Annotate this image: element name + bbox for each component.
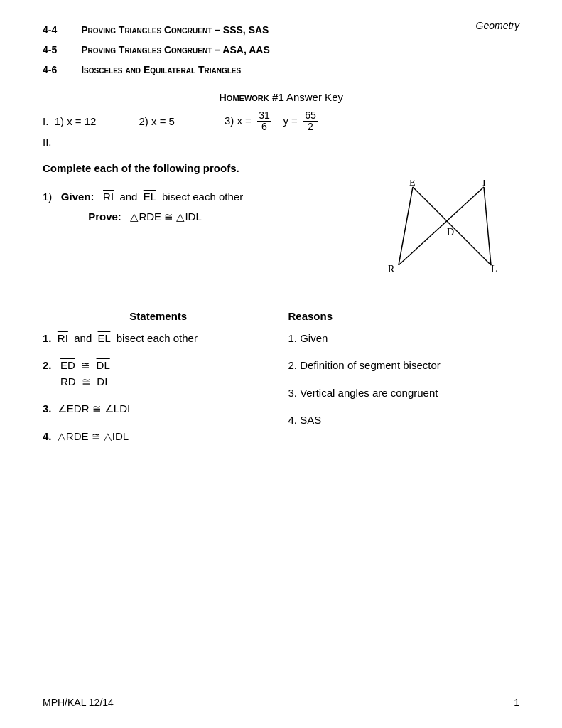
footer-left: MPH/KAL 12/14 [43, 697, 114, 708]
statement-row-1: 1. RI and EL bisect each other [43, 331, 274, 347]
statements-header: Statements [43, 310, 274, 322]
statement-row-4: 4. △RDE ≅ △IDL [43, 429, 274, 445]
statement-row-2: 2. ED ≅ DL RD ≅ DI [43, 358, 274, 390]
stmt-2-RD: RD [60, 375, 76, 387]
section-number-4-6: 4-6 [43, 62, 78, 77]
stmt-num-3: 3. [43, 402, 52, 414]
fraction-31-6: 31 6 [257, 110, 271, 133]
fraction-denominator-6: 6 [260, 122, 269, 132]
label-R: R [388, 264, 395, 274]
stmt-1-RI: RI [58, 332, 68, 344]
geometry-label: Geometry [476, 20, 519, 31]
stmt-2-DI: DI [97, 375, 107, 387]
reasons-column: Reasons 1. Given 2. Definition of segmen… [288, 310, 520, 456]
proof-number: 1) [43, 191, 52, 203]
statements-column: Statements 1. RI and EL bisect each othe… [43, 310, 288, 456]
proof-1-section: 1) Given: RI and EL bisect each other Pr… [43, 187, 519, 296]
problem-I-row: I. 1) x = 12 2) x = 5 3) x = 31 6 y = 65… [43, 110, 519, 133]
svg-line-3 [484, 187, 491, 265]
section-4-5: 4-5 Proving Triangles Congruent – ASA, A… [43, 41, 519, 58]
label-I: I [482, 180, 486, 188]
given-RI: RI [103, 191, 114, 203]
reason-1: 1. Given [288, 332, 328, 344]
problem-I-label: I. 1) x = 12 [43, 115, 96, 127]
stmt-2-ED: ED [60, 359, 75, 371]
proof-diagram: E I D R L [370, 180, 519, 296]
reasons-header: Reasons [288, 310, 520, 322]
given-label: Given: [61, 191, 94, 203]
given-rest: bisect each other [162, 191, 243, 203]
section-title-4-5: Proving Triangles Congruent – ASA, AAS [81, 44, 270, 55]
proof-left: 1) Given: RI and EL bisect each other Pr… [43, 187, 370, 233]
statement-row-3: 3. ∠EDR ≅ ∠LDI [43, 401, 274, 417]
fraction-numerator-65: 65 [303, 110, 318, 122]
footer: MPH/KAL 12/14 1 [43, 697, 519, 708]
stmt-1-EL: EL [98, 332, 111, 344]
section-number-4-4: 4-4 [43, 22, 78, 38]
statements-reasons-table: Statements 1. RI and EL bisect each othe… [43, 310, 519, 456]
homework-title: Homework #1 Answer Key [43, 91, 519, 103]
stmt-2-DL: DL [97, 359, 110, 371]
reason-row-3: 3. Vertical angles are congruent [288, 385, 520, 402]
reason-row-1: 1. Given [288, 331, 520, 347]
given-prove: 1) Given: RI and EL bisect each other Pr… [43, 187, 370, 228]
fraction-65-2: 65 2 [303, 110, 318, 133]
problem-I-part2: 2) x = 5 [139, 115, 174, 127]
svg-line-1 [413, 187, 491, 265]
prove-text: △RDE ≅ △IDL [130, 210, 201, 223]
reason-4: 4. SAS [288, 414, 322, 426]
stmt-num-1: 1. [43, 332, 52, 344]
svg-line-0 [399, 187, 484, 265]
section-4-4: 4-4 Proving Triangles Congruent – SSS, S… [43, 21, 519, 38]
and-word-1: and [119, 191, 137, 203]
problem-I-part3: 3) x = 31 6 y = 65 2 [225, 110, 318, 133]
reason-row-4: 4. SAS [288, 412, 520, 429]
section-title-4-6: Isosceles and Equilateral Triangles [81, 64, 241, 75]
label-E: E [409, 180, 416, 188]
label-L: L [491, 264, 497, 274]
reason-row-2: 2. Definition of segment bisector [288, 358, 520, 374]
section-4-6: 4-6 Isosceles and Equilateral Triangles [43, 61, 519, 78]
stmt-num-2: 2. [43, 359, 52, 371]
stmt-num-4: 4. [43, 430, 52, 442]
label-D: D [447, 227, 454, 237]
homework-subtitle: Answer Key [286, 91, 343, 103]
problem-II: II. [43, 136, 519, 148]
fraction-denominator-2: 2 [306, 122, 315, 132]
footer-right: 1 [514, 697, 519, 708]
page: Geometry 4-4 Proving Triangles Congruent… [0, 0, 562, 728]
homework-bold: Homework #1 [219, 91, 284, 103]
section-title-4-4: Proving Triangles Congruent – SSS, SAS [81, 24, 269, 36]
reason-2: 2. Definition of segment bisector [288, 359, 441, 371]
instructions: Complete each of the following proofs. [43, 162, 519, 174]
prove-label: Prove: [88, 210, 121, 223]
fraction-numerator-31: 31 [257, 110, 271, 122]
geometry-diagram: E I D R L [370, 180, 512, 294]
reason-3: 3. Vertical angles are congruent [288, 387, 438, 399]
section-number-4-5: 4-5 [43, 42, 78, 58]
given-EL: EL [144, 191, 156, 203]
